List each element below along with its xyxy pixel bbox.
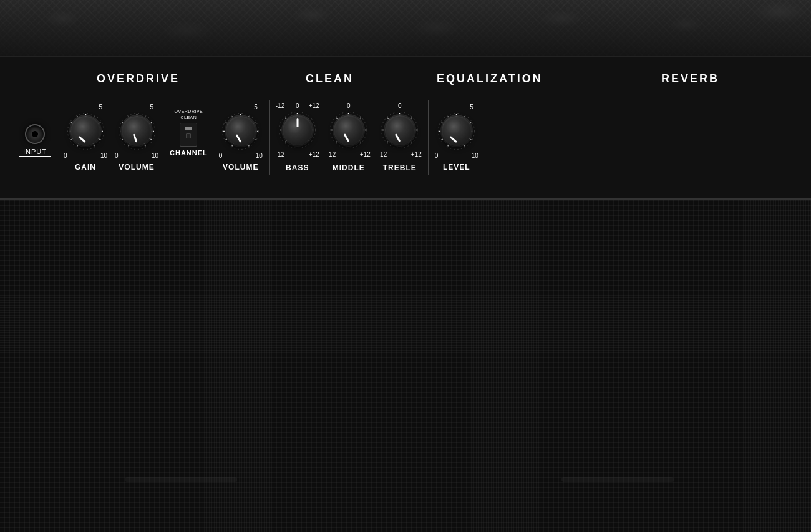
input-label: INPUT	[19, 147, 51, 157]
od-volume-knob[interactable]	[122, 116, 152, 146]
treble-knob[interactable]	[385, 115, 415, 145]
reverb-level-knob-wrapper[interactable]	[436, 111, 477, 152]
bass-knob-group: -12 0 +12	[276, 102, 319, 172]
channel-led	[186, 133, 191, 138]
gain-scale-0: 0	[64, 152, 67, 159]
od-volume-knob-group: 5	[115, 104, 158, 172]
middle-knob[interactable]	[334, 115, 364, 145]
controls-row: INPUT 5	[19, 100, 792, 175]
channel-section: OVERDRIVE CLEAN CHANNEL	[170, 109, 208, 157]
gain-knob-wrapper[interactable]	[66, 111, 106, 152]
eq-controls: -12 0 +12	[276, 102, 422, 172]
overdrive-controls: 5	[64, 104, 158, 172]
input-jack[interactable]	[25, 124, 45, 144]
od-volume-knob-wrapper[interactable]	[117, 111, 157, 152]
od-volume-label: VOLUME	[119, 163, 154, 172]
overdrive-channel-label: OVERDRIVE	[175, 109, 203, 115]
speaker-detail-1	[125, 477, 237, 482]
channel-toggle[interactable]	[185, 127, 192, 130]
jack-hole	[32, 131, 38, 137]
clean-volume-knob[interactable]	[226, 116, 256, 146]
grille-texture	[0, 200, 811, 532]
clean-channel-label: CLEAN	[175, 115, 203, 121]
clean-volume-knob-group: 5	[219, 104, 263, 172]
eq-line	[412, 84, 649, 84]
amp-container: OVERDRIVE CLEAN EQUALIZATION REVERB INPU…	[0, 0, 811, 532]
bass-label: BASS	[286, 163, 309, 172]
treble-knob-group: 0	[378, 102, 422, 172]
leather-top	[0, 0, 811, 56]
reverb-controls: 5	[435, 104, 478, 172]
control-panel: OVERDRIVE CLEAN EQUALIZATION REVERB INPU…	[0, 56, 811, 200]
clean-volume-knob-wrapper[interactable]	[220, 111, 261, 152]
divider-1	[269, 100, 270, 175]
overdrive-line	[75, 84, 237, 84]
gain-scale-10: 10	[100, 152, 107, 159]
gain-scale-top: 5	[99, 104, 102, 110]
bass-knob-wrapper[interactable]	[277, 110, 318, 150]
gain-knob[interactable]	[70, 116, 100, 146]
clean-controls: 5	[219, 104, 263, 172]
input-section: INPUT	[19, 124, 51, 157]
clean-volume-label: VOLUME	[223, 163, 258, 172]
bass-knob[interactable]	[283, 115, 313, 145]
middle-knob-group: 0	[327, 102, 371, 172]
gain-label: GAIN	[75, 163, 96, 172]
clean-line	[290, 84, 365, 84]
speaker-detail-2	[561, 477, 674, 482]
treble-knob-wrapper[interactable]	[379, 110, 420, 150]
reverb-line	[646, 84, 745, 84]
speaker-grille	[0, 200, 811, 532]
treble-label: TREBLE	[383, 163, 417, 172]
middle-label: MIDDLE	[333, 163, 365, 172]
reverb-level-label: LEVEL	[443, 163, 470, 172]
divider-2	[428, 100, 429, 175]
channel-label: CHANNEL	[170, 149, 208, 157]
middle-knob-wrapper[interactable]	[328, 110, 369, 150]
gain-knob-group: 5	[64, 104, 107, 172]
reverb-level-knob[interactable]	[442, 116, 472, 146]
channel-switch-box[interactable]	[180, 123, 197, 147]
reverb-level-knob-group: 5	[435, 104, 478, 172]
